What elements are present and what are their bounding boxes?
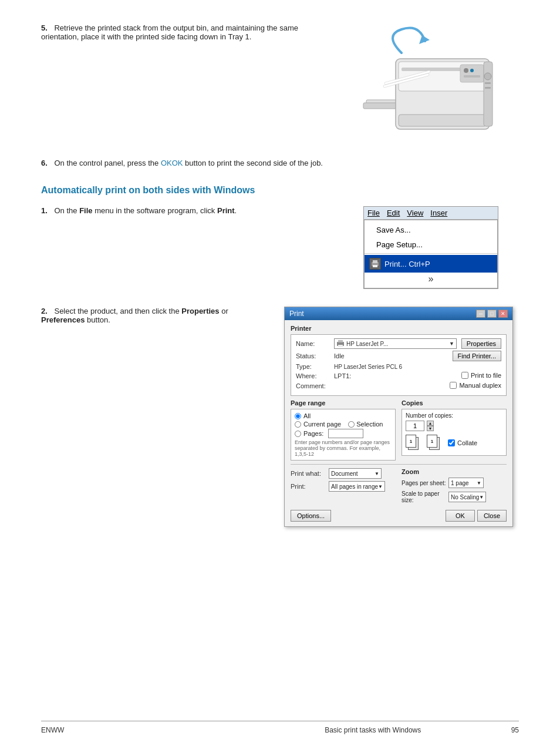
status-label: Status: [296,352,334,359]
scale-select[interactable]: No Scaling ▼ [448,492,486,502]
print-dialog-screenshot: Print ─ □ ✕ Printer Name: [284,307,513,527]
print-what-select[interactable]: Document ▼ [329,468,382,479]
collate-checkbox[interactable] [448,439,455,446]
ok-button[interactable]: OK [446,510,475,522]
options-button[interactable]: Options... [291,510,331,522]
dropdown-arrow: ▼ [449,341,454,347]
pages-input[interactable] [328,429,363,438]
step2-bold1: Properties [181,307,219,315]
step6-text-area: 6. On the control panel, press the OKOK … [41,159,519,167]
current-page-radio: Current page Selection [295,421,392,428]
scale-label: Scale to paper size: [402,490,448,503]
zoom-label: Zoom [402,468,507,475]
current-page-radio-input[interactable] [295,421,301,428]
print-what-label: Print what: [291,470,329,477]
page: 5. Retrieve the printed stack from the o… [0,0,560,746]
manual-duplex-label: Manual duplex [459,382,501,389]
print-select[interactable]: All pages in range ▼ [329,481,385,492]
step6-ok-keyword: OK [172,159,183,167]
name-input-area: HP LaserJet P... ▼ Properties [334,338,501,349]
section-heading: Automatically print on both sides with W… [41,185,519,196]
step5-row: 5. Retrieve the printed stack from the o… [41,23,519,141]
page-range-label: Page range [291,399,396,406]
all-radio: All [295,412,392,419]
footer: ENWW Basic print tasks with Windows 95 [41,721,519,734]
step5-number: 5. [41,23,48,32]
step1-text-mid: menu in the software program, click [95,206,215,215]
menu-dropdown: Save As... Page Setup... Print... Ctrl+P… [364,220,498,288]
step2-text-end: button. [87,315,110,324]
step2-row: 2. Select the product, and then click th… [41,307,519,527]
menu-save-as: Save As... [365,223,497,237]
step1-text-end: . [235,206,237,215]
dialog-divider [291,464,507,465]
print-what-col: Print what: Document ▼ Print: All pages … [291,468,396,505]
svg-rect-8 [464,75,480,78]
copies-number-input[interactable] [406,421,424,431]
svg-rect-21 [338,340,343,342]
spin-up[interactable]: ▲ [427,421,434,426]
footer-left: ENWW [41,726,64,734]
printer-illustration [349,23,513,141]
step2-number: 2. [41,307,48,315]
print-label: Print: [291,483,329,490]
where-label: Where: [296,372,334,379]
copies-label: Copies [402,399,507,406]
svg-point-7 [470,69,474,72]
num-copies-label: Number of copies: [406,412,453,419]
step1-text-area: 1. On the File menu in the software prog… [41,206,343,215]
manual-duplex-checkbox[interactable] [450,382,457,389]
pages-per-sheet-arrow: ▼ [477,480,481,486]
all-radio-input[interactable] [295,413,301,419]
manual-duplex-row: Manual duplex [450,382,501,389]
step6-text-before: On the control panel, press the [54,159,158,167]
print-what-zoom-area: Print what: Document ▼ Print: All pages … [291,468,507,505]
pages-per-sheet-select[interactable]: 1 page ▼ [448,478,484,488]
page-range-copies-area: Page range All Current page [291,399,507,461]
pages-radio: Pages: [295,429,392,438]
maximize-button[interactable]: □ [487,310,497,318]
step5-image [343,23,519,141]
collate-icon-2: 2 1 [427,435,444,452]
step6-ok-text: OK [161,159,172,167]
selection-label: Selection [356,421,383,428]
step1-text-before: On the [54,206,77,215]
scale-value: No Scaling [451,494,479,500]
menu-print-label: Print... Ctrl+P [384,260,430,268]
step1-number: 1. [41,206,48,215]
spin-down[interactable]: ▼ [427,426,434,431]
footer-center: Basic print tasks with Windows 95 [325,726,519,734]
type-value: HP LaserJet Series PCL 6 [334,364,402,370]
printer-section-label: Printer [291,325,507,332]
step2-text-before: Select the product, and then click the [54,307,179,315]
comment-row: Comment: Manual duplex [296,382,501,390]
svg-rect-15 [485,82,491,84]
scale-row: Scale to paper size: No Scaling ▼ [402,490,507,503]
step6-row: 6. On the control panel, press the OKOK … [41,159,519,167]
minimize-button[interactable]: ─ [476,310,485,318]
status-row: Status: Idle Find Printer... [296,351,501,361]
close-button[interactable]: ✕ [498,310,508,318]
step1-menu-image: File Edit View Inser Save As... Page Set… [343,206,519,289]
copies-col: Copies Number of copies: ▲ ▼ [402,399,507,461]
page-range-col: Page range All Current page [291,399,396,461]
step5-description: Retrieve the printed stack from the outp… [41,23,298,41]
print-what-arrow: ▼ [375,471,379,476]
print-row: Print: All pages in range ▼ [291,481,396,492]
menu-print: Print... Ctrl+P [365,255,497,273]
print-to-file-checkbox[interactable] [461,372,468,379]
titlebar-buttons: ─ □ ✕ [476,310,508,318]
selection-radio-input[interactable] [348,421,355,428]
collate-label: Collate [457,439,477,446]
printer-name-input[interactable]: HP LaserJet P... ▼ [334,338,457,349]
close-dialog-button[interactable]: Close [477,510,507,522]
menu-more: » [365,273,497,285]
find-printer-button[interactable]: Find Printer... [453,351,501,361]
step6-number: 6. [41,159,48,167]
status-value: Idle [334,352,345,359]
type-row: Type: HP LaserJet Series PCL 6 [296,363,501,370]
dialog-titlebar: Print ─ □ ✕ [285,307,512,320]
properties-button[interactable]: Properties [461,338,501,349]
pages-radio-input[interactable] [295,431,301,437]
svg-rect-5 [460,65,484,82]
